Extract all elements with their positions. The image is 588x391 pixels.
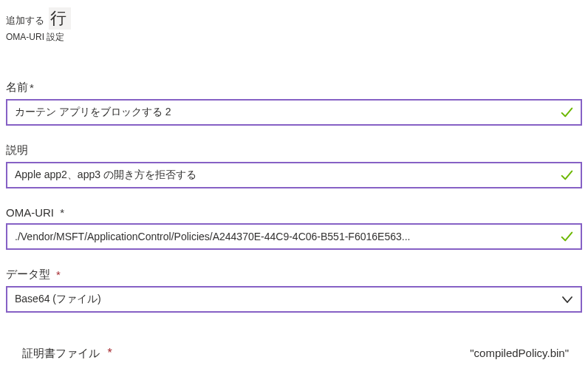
data-type-value: Base64 (ファイル): [15, 293, 551, 306]
cert-file-name: "compiledPolicy.bin": [470, 347, 569, 359]
check-icon: [560, 169, 573, 182]
name-label: 名前*: [6, 81, 582, 95]
name-input-value: カーテン アプリをブロックする 2: [15, 106, 551, 119]
required-indicator: *: [30, 81, 34, 94]
check-icon: [560, 106, 573, 119]
required-indicator: *: [60, 206, 64, 219]
required-indicator: *: [107, 347, 112, 359]
description-label: 説明: [6, 143, 582, 157]
oma-uri-field: OMA-URI * ./Vendor/MSFT/ApplicationContr…: [6, 206, 582, 250]
data-type-field: データ型 * Base64 (ファイル): [6, 268, 582, 313]
chevron-down-icon: [561, 293, 573, 305]
data-type-select[interactable]: Base64 (ファイル): [6, 286, 582, 313]
page-header: 追加する 行: [6, 7, 582, 30]
add-label: 追加する: [6, 14, 44, 27]
description-label-text: 説明: [6, 143, 28, 157]
name-field: 名前* カーテン アプリをブロックする 2: [6, 81, 582, 126]
name-label-text: 名前: [6, 81, 28, 95]
data-type-label: データ型 *: [6, 268, 582, 282]
oma-uri-input-value: ./Vendor/MSFT/ApplicationControl/Policie…: [15, 231, 551, 242]
data-type-label-text: データ型: [6, 268, 50, 282]
oma-uri-input[interactable]: ./Vendor/MSFT/ApplicationControl/Policie…: [6, 223, 582, 250]
description-field: 説明 Apple app2、app3 の開き方を拒否する: [6, 143, 582, 188]
cert-file-row: 証明書ファイル * "compiledPolicy.bin": [6, 347, 582, 361]
cert-file-label-wrap: 証明書ファイル *: [22, 347, 112, 361]
name-input[interactable]: カーテン アプリをブロックする 2: [6, 99, 582, 126]
check-icon: [560, 230, 573, 243]
description-input[interactable]: Apple app2、app3 の開き方を拒否する: [6, 162, 582, 188]
cert-file-label: 証明書ファイル: [22, 347, 100, 359]
description-input-value: Apple app2、app3 の開き方を拒否する: [15, 169, 551, 182]
subheader-text: OMA-URI 設定: [6, 31, 582, 44]
row-label: 行: [49, 7, 71, 30]
oma-uri-label: OMA-URI *: [6, 206, 582, 219]
required-indicator: *: [56, 268, 61, 281]
oma-uri-label-text: OMA-URI: [6, 206, 54, 219]
